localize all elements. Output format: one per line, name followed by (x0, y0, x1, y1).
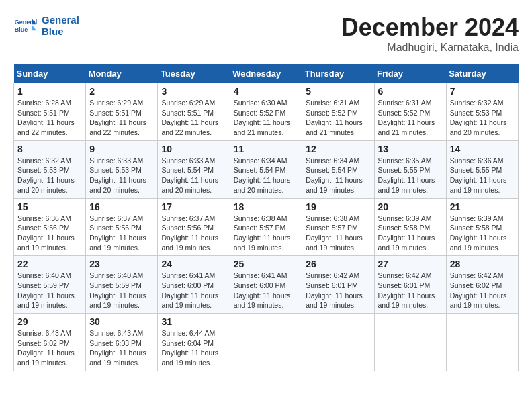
calendar-day-cell: 25Sunrise: 6:41 AM Sunset: 6:00 PM Dayli… (230, 256, 302, 314)
calendar-week-row: 1Sunrise: 6:28 AM Sunset: 5:51 PM Daylig… (14, 83, 519, 141)
day-info: Sunrise: 6:41 AM Sunset: 6:00 PM Dayligh… (161, 271, 226, 310)
day-number: 28 (450, 259, 515, 269)
day-info: Sunrise: 6:33 AM Sunset: 5:53 PM Dayligh… (89, 156, 154, 195)
day-of-week-header: Friday (374, 64, 446, 83)
day-info: Sunrise: 6:36 AM Sunset: 5:56 PM Dayligh… (17, 214, 82, 253)
day-of-week-header: Monday (86, 64, 158, 83)
day-number: 19 (306, 201, 370, 212)
calendar-day-cell: 16Sunrise: 6:37 AM Sunset: 5:56 PM Dayli… (86, 198, 158, 256)
calendar-day-cell: 2Sunrise: 6:29 AM Sunset: 5:51 PM Daylig… (86, 83, 158, 141)
calendar-day-cell: 31Sunrise: 6:44 AM Sunset: 6:04 PM Dayli… (158, 314, 230, 371)
calendar-week-row: 8Sunrise: 6:32 AM Sunset: 5:53 PM Daylig… (14, 140, 519, 198)
calendar-day-cell: 6Sunrise: 6:31 AM Sunset: 5:52 PM Daylig… (374, 83, 446, 141)
calendar-day-cell: 3Sunrise: 6:29 AM Sunset: 5:51 PM Daylig… (158, 83, 230, 141)
day-number: 26 (306, 259, 370, 269)
day-info: Sunrise: 6:31 AM Sunset: 5:52 PM Dayligh… (306, 98, 370, 138)
day-info: Sunrise: 6:34 AM Sunset: 5:54 PM Dayligh… (306, 156, 370, 195)
calendar-day-cell: 17Sunrise: 6:37 AM Sunset: 5:56 PM Dayli… (158, 198, 230, 256)
calendar-day-cell: 9Sunrise: 6:33 AM Sunset: 5:53 PM Daylig… (86, 140, 158, 198)
logo-text: General Blue (42, 14, 79, 37)
calendar-day-cell: 19Sunrise: 6:38 AM Sunset: 5:57 PM Dayli… (302, 198, 374, 256)
day-number: 22 (17, 259, 82, 269)
calendar-week-row: 15Sunrise: 6:36 AM Sunset: 5:56 PM Dayli… (14, 198, 519, 256)
month-title: December 2024 (341, 13, 519, 42)
day-number: 17 (161, 201, 226, 212)
logo-icon: General Blue (13, 13, 38, 38)
day-info: Sunrise: 6:29 AM Sunset: 5:51 PM Dayligh… (161, 98, 226, 138)
calendar-day-cell: 28Sunrise: 6:42 AM Sunset: 6:02 PM Dayli… (446, 256, 518, 314)
calendar-day-cell: 12Sunrise: 6:34 AM Sunset: 5:54 PM Dayli… (302, 140, 374, 198)
calendar-day-cell: 1Sunrise: 6:28 AM Sunset: 5:51 PM Daylig… (14, 83, 86, 141)
calendar-week-row: 22Sunrise: 6:40 AM Sunset: 5:59 PM Dayli… (14, 256, 519, 314)
day-number: 24 (161, 259, 226, 269)
calendar-day-cell: 5Sunrise: 6:31 AM Sunset: 5:52 PM Daylig… (302, 83, 374, 141)
day-number: 1 (17, 86, 82, 97)
calendar-day-cell: 24Sunrise: 6:41 AM Sunset: 6:00 PM Dayli… (158, 256, 230, 314)
day-number: 9 (89, 144, 154, 154)
day-number: 23 (89, 259, 154, 269)
svg-text:Blue: Blue (15, 26, 28, 33)
day-number: 13 (378, 144, 443, 154)
day-info: Sunrise: 6:42 AM Sunset: 6:01 PM Dayligh… (306, 271, 370, 310)
calendar-day-cell (374, 314, 446, 371)
page-header: General Blue General Blue December 2024 … (13, 13, 519, 54)
day-number: 2 (89, 86, 154, 97)
day-number: 29 (17, 316, 82, 327)
day-number: 15 (17, 201, 82, 212)
calendar-table: SundayMondayTuesdayWednesdayThursdayFrid… (13, 64, 519, 371)
day-info: Sunrise: 6:41 AM Sunset: 6:00 PM Dayligh… (234, 271, 299, 310)
day-info: Sunrise: 6:40 AM Sunset: 5:59 PM Dayligh… (89, 271, 154, 310)
day-number: 25 (234, 259, 299, 269)
day-info: Sunrise: 6:42 AM Sunset: 6:02 PM Dayligh… (450, 271, 515, 310)
day-info: Sunrise: 6:38 AM Sunset: 5:57 PM Dayligh… (306, 214, 370, 253)
day-number: 4 (234, 86, 299, 97)
day-number: 30 (89, 316, 154, 327)
day-number: 31 (161, 316, 226, 327)
day-info: Sunrise: 6:36 AM Sunset: 5:55 PM Dayligh… (450, 156, 515, 195)
calendar-day-cell: 4Sunrise: 6:30 AM Sunset: 5:52 PM Daylig… (230, 83, 302, 141)
calendar-day-cell: 10Sunrise: 6:33 AM Sunset: 5:54 PM Dayli… (158, 140, 230, 198)
day-of-week-header: Sunday (14, 64, 86, 83)
day-info: Sunrise: 6:42 AM Sunset: 6:01 PM Dayligh… (378, 271, 443, 310)
calendar-day-cell: 18Sunrise: 6:38 AM Sunset: 5:57 PM Dayli… (230, 198, 302, 256)
calendar-day-cell: 14Sunrise: 6:36 AM Sunset: 5:55 PM Dayli… (446, 140, 518, 198)
calendar-day-cell (230, 314, 302, 371)
calendar-day-cell: 27Sunrise: 6:42 AM Sunset: 6:01 PM Dayli… (374, 256, 446, 314)
calendar-day-cell: 26Sunrise: 6:42 AM Sunset: 6:01 PM Dayli… (302, 256, 374, 314)
day-info: Sunrise: 6:44 AM Sunset: 6:04 PM Dayligh… (161, 328, 226, 368)
calendar-week-row: 29Sunrise: 6:43 AM Sunset: 6:02 PM Dayli… (14, 314, 519, 371)
day-info: Sunrise: 6:33 AM Sunset: 5:54 PM Dayligh… (161, 156, 226, 195)
calendar-day-cell (302, 314, 374, 371)
day-number: 10 (161, 144, 226, 154)
day-number: 5 (306, 86, 370, 97)
calendar-day-cell: 8Sunrise: 6:32 AM Sunset: 5:53 PM Daylig… (14, 140, 86, 198)
calendar-day-cell: 29Sunrise: 6:43 AM Sunset: 6:02 PM Dayli… (14, 314, 86, 371)
day-info: Sunrise: 6:40 AM Sunset: 5:59 PM Dayligh… (17, 271, 82, 310)
day-info: Sunrise: 6:32 AM Sunset: 5:53 PM Dayligh… (17, 156, 82, 195)
day-number: 3 (161, 86, 226, 97)
day-info: Sunrise: 6:39 AM Sunset: 5:58 PM Dayligh… (450, 214, 515, 253)
calendar-header-row: SundayMondayTuesdayWednesdayThursdayFrid… (14, 64, 519, 83)
day-info: Sunrise: 6:29 AM Sunset: 5:51 PM Dayligh… (89, 98, 154, 138)
day-info: Sunrise: 6:43 AM Sunset: 6:03 PM Dayligh… (89, 328, 154, 368)
day-number: 11 (234, 144, 299, 154)
calendar-day-cell: 15Sunrise: 6:36 AM Sunset: 5:56 PM Dayli… (14, 198, 86, 256)
calendar-day-cell: 7Sunrise: 6:32 AM Sunset: 5:53 PM Daylig… (446, 83, 518, 141)
day-number: 12 (306, 144, 370, 154)
day-info: Sunrise: 6:31 AM Sunset: 5:52 PM Dayligh… (378, 98, 443, 138)
day-number: 6 (378, 86, 443, 97)
calendar-day-cell: 11Sunrise: 6:34 AM Sunset: 5:54 PM Dayli… (230, 140, 302, 198)
day-number: 14 (450, 144, 515, 154)
calendar-day-cell: 21Sunrise: 6:39 AM Sunset: 5:58 PM Dayli… (446, 198, 518, 256)
day-number: 21 (450, 201, 515, 212)
day-number: 20 (378, 201, 443, 212)
day-info: Sunrise: 6:38 AM Sunset: 5:57 PM Dayligh… (234, 214, 299, 253)
day-number: 27 (378, 259, 443, 269)
day-of-week-header: Thursday (302, 64, 374, 83)
day-of-week-header: Tuesday (158, 64, 230, 83)
calendar-day-cell: 20Sunrise: 6:39 AM Sunset: 5:58 PM Dayli… (374, 198, 446, 256)
calendar-day-cell (446, 314, 518, 371)
calendar-day-cell: 23Sunrise: 6:40 AM Sunset: 5:59 PM Dayli… (86, 256, 158, 314)
day-number: 8 (17, 144, 82, 154)
day-of-week-header: Wednesday (230, 64, 302, 83)
